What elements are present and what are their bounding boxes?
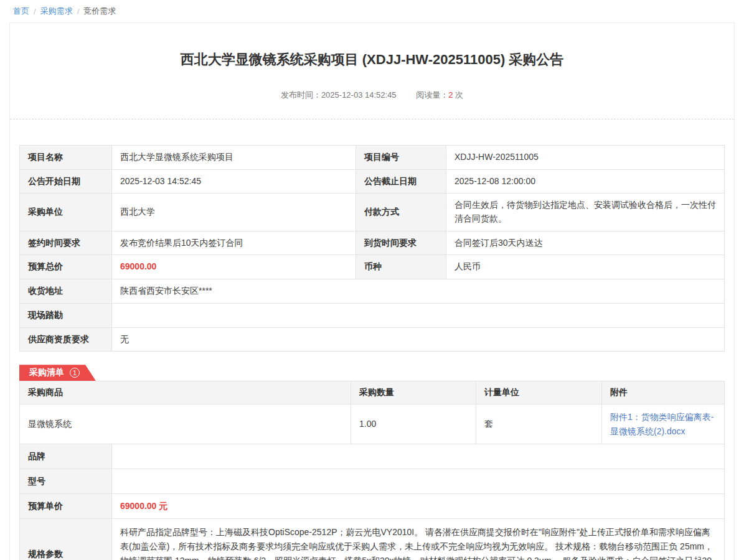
- unit-price-value: 69000.00 元: [112, 494, 725, 519]
- table-row: 品牌: [20, 444, 725, 469]
- attachment-link[interactable]: 附件1：货物类响应偏离表-显微镜系统(2).docx: [610, 412, 713, 436]
- column-attachment: 附件: [602, 381, 725, 404]
- sign-time-label: 签约时间要求: [20, 231, 112, 255]
- model-label: 型号: [20, 469, 112, 494]
- table-row: 公告开始日期 2025-12-03 14:52:45 公告截止日期 2025-1…: [20, 169, 725, 194]
- project-no-label: 项目编号: [356, 146, 446, 170]
- buyer-value: 西北大学: [112, 194, 356, 231]
- table-row: 供应商资质要求 无: [20, 327, 725, 352]
- end-date-value: 2025-12-08 12:00:00: [446, 169, 725, 194]
- breadcrumb: 首页 / 采购需求 / 竞价需求: [0, 0, 744, 22]
- column-product: 采购商品: [20, 381, 351, 404]
- project-name-label: 项目名称: [20, 146, 112, 170]
- site-visit-label: 现场踏勘: [20, 303, 112, 327]
- notice-meta: 发布时间：2025-12-03 14:52:45 阅读量：2 次: [10, 90, 734, 101]
- product-name: 显微镜系统: [20, 404, 351, 444]
- table-row: 项目名称 西北大学显微镜系统采购项目 项目编号 XDJJ-HW-20251100…: [20, 146, 725, 170]
- currency-value: 人民币: [446, 255, 725, 279]
- delivery-time-label: 到货时间要求: [356, 231, 446, 255]
- list-count-badge: 1: [70, 368, 80, 378]
- delivery-time-value: 合同签订后30天内送达: [446, 231, 725, 255]
- sign-time-value: 发布竞价结果后10天内签订合同: [112, 231, 356, 255]
- project-name-value: 西北大学显微镜系统采购项目: [112, 146, 356, 170]
- budget-total-label: 预算总价: [20, 255, 112, 279]
- brand-value: [112, 444, 725, 469]
- table-row: 采购单位 西北大学 付款方式 合同生效后，待货物到达指定地点、安装调试验收合格后…: [20, 194, 725, 231]
- purchase-list-tab: 采购清单 1: [19, 365, 96, 381]
- product-unit: 套: [476, 404, 602, 444]
- column-unit: 计量单位: [476, 381, 602, 404]
- address-label: 收货地址: [20, 279, 112, 304]
- start-date-label: 公告开始日期: [20, 169, 112, 194]
- notice-card: 西北大学显微镜系统采购项目 (XDJJ-HW-202511005) 采购公告 发…: [9, 22, 735, 560]
- table-row: 规格参数 科研产品指定品牌型号：上海磁及科技OptiScope-2512P；蔚云…: [20, 519, 725, 560]
- start-date-value: 2025-12-03 14:52:45: [112, 169, 356, 194]
- payment-label: 付款方式: [356, 194, 446, 231]
- spec-label: 规格参数: [20, 519, 112, 560]
- read-count: 阅读量：2 次: [416, 90, 463, 100]
- project-info-table: 项目名称 西北大学显微镜系统采购项目 项目编号 XDJJ-HW-20251100…: [19, 145, 725, 352]
- qualification-label: 供应商资质要求: [20, 327, 112, 352]
- purchase-list-section-header: 采购清单 1: [19, 365, 725, 381]
- purchase-list-tab-label: 采购清单: [29, 367, 64, 378]
- table-row: 现场踏勘: [20, 303, 725, 327]
- table-row: 显微镜系统 1.00 套 附件1：货物类响应偏离表-显微镜系统(2).docx: [20, 404, 725, 444]
- breadcrumb-separator: /: [77, 7, 80, 16]
- page-title: 西北大学显微镜系统采购项目 (XDJJ-HW-202511005) 采购公告: [10, 50, 734, 69]
- item-detail-table: 品牌 型号 预算单价 69000.00 元 规格参数 科研产品指定品牌型号：上海…: [19, 444, 725, 560]
- budget-total-value: 69000.00: [112, 255, 356, 279]
- buyer-label: 采购单位: [20, 194, 112, 231]
- table-row: 收货地址 陕西省西安市长安区****: [20, 279, 725, 304]
- brand-label: 品牌: [20, 444, 112, 469]
- model-value: [112, 469, 725, 494]
- read-count-value: 2: [448, 90, 453, 100]
- table-header-row: 采购商品 采购数量 计量单位 附件: [20, 381, 725, 404]
- unit-price-label: 预算单价: [20, 494, 112, 519]
- table-row: 预算总价 69000.00 币种 人民币: [20, 255, 725, 279]
- spec-value: 科研产品指定品牌型号：上海磁及科技OptiScope-2512P；蔚云光电VY2…: [112, 519, 725, 560]
- publish-time: 发布时间：2025-12-03 14:52:45: [281, 90, 397, 100]
- breadcrumb-home-link[interactable]: 首页: [13, 6, 29, 17]
- table-row: 签约时间要求 发布竞价结果后10天内签订合同 到货时间要求 合同签订后30天内送…: [20, 231, 725, 255]
- qualification-value: 无: [112, 327, 725, 352]
- product-quantity: 1.00: [351, 404, 476, 444]
- table-row: 型号: [20, 469, 725, 494]
- divider: [10, 119, 734, 119]
- payment-value: 合同生效后，待货物到达指定地点、安装调试验收合格后，一次性付清合同货款。: [446, 194, 725, 231]
- breadcrumb-separator: /: [34, 7, 36, 16]
- breadcrumb-purchase-demand-link[interactable]: 采购需求: [40, 6, 73, 17]
- breadcrumb-current-page: 竞价需求: [83, 6, 116, 17]
- project-no-value: XDJJ-HW-202511005: [446, 146, 725, 170]
- site-visit-value: [112, 303, 725, 327]
- currency-label: 币种: [356, 255, 446, 279]
- table-row: 预算单价 69000.00 元: [20, 494, 725, 519]
- end-date-label: 公告截止日期: [356, 169, 446, 194]
- column-quantity: 采购数量: [351, 381, 476, 404]
- purchase-items-table: 采购商品 采购数量 计量单位 附件 显微镜系统 1.00 套 附件1：货物类响应…: [19, 381, 725, 444]
- address-value: 陕西省西安市长安区****: [112, 279, 725, 304]
